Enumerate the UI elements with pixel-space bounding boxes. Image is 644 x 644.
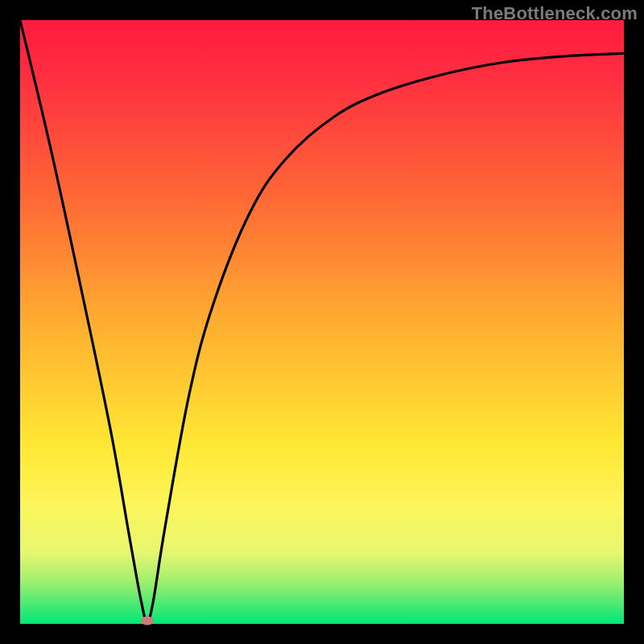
plot-area: [20, 20, 624, 624]
bottleneck-curve: [20, 20, 624, 624]
curve-line: [20, 20, 624, 621]
chart-frame: TheBottleneck.com: [0, 0, 644, 644]
watermark-label: TheBottleneck.com: [472, 3, 638, 24]
optimum-marker: [141, 617, 154, 625]
